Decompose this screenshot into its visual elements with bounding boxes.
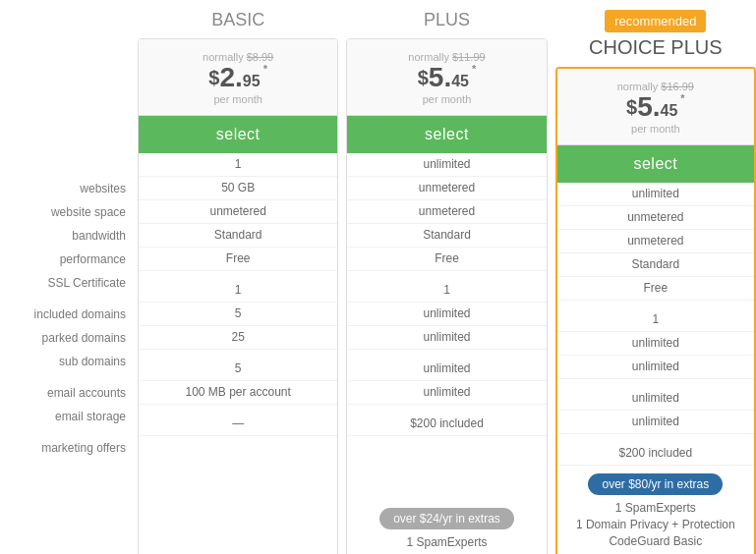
features-choice-plus: unlimitedunmeteredunmeteredStandardFree1… <box>557 183 754 466</box>
price-dollars: 5 <box>429 62 444 92</box>
price-star: * <box>677 92 684 104</box>
feature-email_accounts-basic: 5 <box>139 358 337 381</box>
features-basic: 150 GBunmeteredStandardFree15255100 MB p… <box>139 153 337 554</box>
pricing-area-plus: normally $11.99$5.45 *per month <box>347 39 546 116</box>
extras-badge-choice-plus: over $80/yr in extras <box>588 473 723 495</box>
feature-email_accounts-plus: unlimited <box>347 358 546 381</box>
feature-bandwidth-plus: unmetered <box>347 200 546 224</box>
price-cents: 45 <box>660 102 677 119</box>
feature-email_storage-choice-plus: unlimited <box>557 411 754 434</box>
per-month-basic: per month <box>146 93 329 105</box>
label-marketing-offers: marketing offers <box>0 436 138 460</box>
price-dollars: 2 <box>219 62 235 92</box>
price-dollars: 5 <box>637 91 653 122</box>
plan-box-choice-plus: normally $16.99$5.45 *per monthselectunl… <box>555 67 756 554</box>
feature-ssl-choice-plus: Free <box>557 277 754 301</box>
pricing-area-basic: normally $8.99$2.95 *per month <box>139 39 337 116</box>
feature-sub_domains-choice-plus: unlimited <box>557 356 754 379</box>
price-cents: 95 <box>243 73 261 89</box>
feature-included_domains-plus: 1 <box>347 279 546 303</box>
feature-sub_domains-basic: 25 <box>139 326 337 350</box>
label-ssl: SSL Certificate <box>0 271 138 295</box>
plan-title-choice-plus: CHOICE PLUS <box>555 36 756 59</box>
feature-websites-basic: 1 <box>139 153 337 177</box>
select-btn-top-choice-plus[interactable]: select <box>557 145 754 183</box>
label-email-storage: email storage <box>0 405 138 428</box>
extras-item-choice-plus: 1 Domain Privacy + Protection <box>565 518 746 531</box>
pricing-area-choice-plus: normally $16.99$5.45 *per month <box>557 69 754 145</box>
feature-performance-basic: Standard <box>139 224 337 248</box>
price-star: * <box>469 63 476 75</box>
feature-websites-choice-plus: unlimited <box>557 183 754 206</box>
feature-email_accounts-choice-plus: unlimited <box>557 387 754 411</box>
label-websites: websites <box>0 177 138 200</box>
feature-parked_domains-basic: 5 <box>139 303 337 326</box>
feature-website_space-choice-plus: unmetered <box>557 206 754 230</box>
recommended-badge: recommended <box>605 10 706 32</box>
feature-included_domains-choice-plus: 1 <box>557 308 754 332</box>
feature-marketing_offers-plus: $200 included <box>347 413 546 436</box>
feature-performance-choice-plus: Standard <box>557 253 754 277</box>
extras-item-plus: 1 SpamExperts <box>355 535 538 549</box>
plans-area: BASICnormally $8.99$2.95 *per monthselec… <box>138 10 756 554</box>
price-choice-plus: $5.45 * <box>565 92 746 123</box>
features-plus: unlimitedunmeteredunmeteredStandardFree1… <box>347 153 546 500</box>
feature-websites-plus: unlimited <box>347 153 546 177</box>
feature-included_domains-basic: 1 <box>139 279 337 303</box>
extras-item-choice-plus: 1 SpamExperts <box>565 501 746 515</box>
feature-website_space-basic: 50 GB <box>139 177 337 200</box>
feature-labels: websites website space bandwidth perform… <box>0 10 138 554</box>
feature-marketing_offers-basic: — <box>139 413 337 436</box>
extras-choice-plus: over $80/yr in extras1 SpamExperts1 Doma… <box>557 466 754 554</box>
price-basic: $2.95 * <box>146 63 329 93</box>
pricing-container: websites website space bandwidth perform… <box>0 0 756 554</box>
label-sub-domains: sub domains <box>0 350 138 373</box>
price-cents: 45 <box>451 73 469 89</box>
plan-title-plus: PLUS <box>346 10 547 30</box>
feature-ssl-basic: Free <box>139 248 337 271</box>
feature-email_storage-basic: 100 MB per account <box>139 381 337 405</box>
feature-ssl-plus: Free <box>347 248 546 271</box>
plan-col-choice-plus: recommendedCHOICE PLUSnormally $16.99$5.… <box>555 10 756 554</box>
label-bandwidth: bandwidth <box>0 224 138 248</box>
label-included-domains: included domains <box>0 303 138 326</box>
plan-header-basic: BASIC <box>138 10 338 38</box>
select-btn-top-plus[interactable]: select <box>347 116 546 153</box>
per-month-choice-plus: per month <box>565 123 746 135</box>
extras-plus: over $24/yr in extras1 SpamExperts <box>347 500 546 554</box>
extras-item-choice-plus: CodeGuard Basic <box>565 534 746 548</box>
plan-col-basic: BASICnormally $8.99$2.95 *per monthselec… <box>138 10 338 554</box>
plan-col-plus: PLUSnormally $11.99$5.45 *per monthselec… <box>346 10 547 554</box>
feature-bandwidth-choice-plus: unmetered <box>557 230 754 253</box>
plan-box-plus: normally $11.99$5.45 *per monthselectunl… <box>346 38 547 554</box>
feature-parked_domains-plus: unlimited <box>347 303 546 326</box>
plan-title-basic: BASIC <box>138 10 338 30</box>
price-star: * <box>261 63 267 75</box>
feature-parked_domains-choice-plus: unlimited <box>557 332 754 356</box>
plan-header-choice-plus: recommendedCHOICE PLUS <box>555 10 756 67</box>
label-performance: performance <box>0 248 138 271</box>
feature-bandwidth-basic: unmetered <box>139 200 337 224</box>
feature-sub_domains-plus: unlimited <box>347 326 546 350</box>
plan-header-plus: PLUS <box>346 10 547 38</box>
feature-performance-plus: Standard <box>347 224 546 248</box>
extras-badge-plus: over $24/yr in extras <box>379 508 514 529</box>
feature-marketing_offers-choice-plus: $200 included <box>557 442 754 466</box>
feature-email_storage-plus: unlimited <box>347 381 546 405</box>
dollar-sign: $ <box>418 67 429 88</box>
feature-website_space-plus: unmetered <box>347 177 546 200</box>
dollar-sign: $ <box>626 96 637 118</box>
label-email-accounts: email accounts <box>0 381 138 405</box>
label-website-space: website space <box>0 200 138 224</box>
label-parked-domains: parked domains <box>0 326 138 350</box>
price-plus: $5.45 * <box>355 63 538 93</box>
per-month-plus: per month <box>355 93 538 105</box>
plan-box-basic: normally $8.99$2.95 *per monthselect150 … <box>138 38 338 554</box>
dollar-sign: $ <box>208 67 219 88</box>
select-btn-top-basic[interactable]: select <box>139 116 337 153</box>
